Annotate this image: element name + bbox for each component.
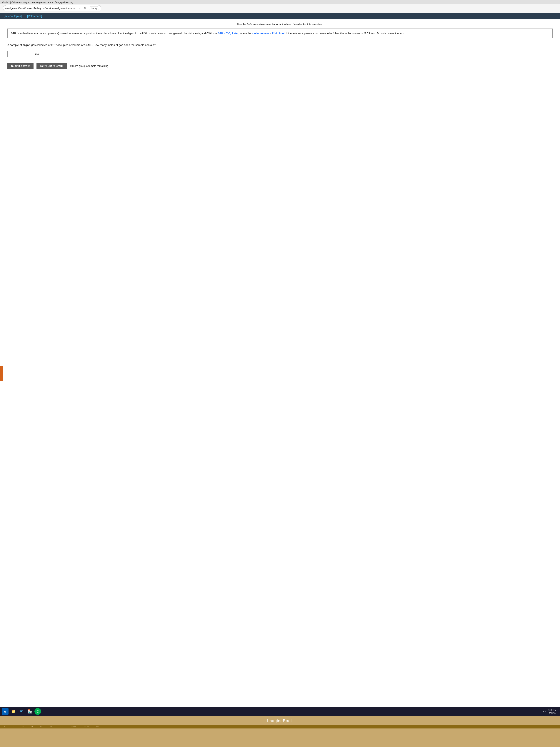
imagine-book-text: ImagineBook: [267, 719, 293, 723]
argon-bold: argon: [23, 43, 31, 47]
references-link[interactable]: [References]: [27, 15, 42, 18]
left-orange-tab: [0, 366, 3, 381]
notification-icon[interactable]: □: [545, 710, 547, 713]
retry-entire-group-button[interactable]: Retry Entire Group: [36, 62, 67, 69]
question-text: A sample of argon gas collected at STP o…: [7, 43, 553, 47]
molar-volume-value: 22.4 L/mol: [272, 32, 285, 35]
references-note: Use the References to access important v…: [7, 23, 553, 26]
star-icon[interactable]: ☆: [72, 6, 76, 10]
browser-chrome: OWLv2 | Online teaching and learning res…: [0, 0, 560, 13]
taskbar-system-icons: ∧ □ 8:20 PM 5/13/20: [542, 709, 558, 714]
file-explorer-icon[interactable]: 📁: [10, 708, 17, 715]
stp-label: STP: [11, 32, 16, 35]
info-text-main: (standard temperature and pressure) is u…: [16, 32, 218, 35]
address-bar[interactable]: eAssignment/takeCovalentActivity.do?loca…: [3, 5, 101, 11]
volume-bold: 12.9: [84, 43, 90, 47]
stp-conditions: STP = 0°C, 1 atm: [218, 32, 239, 35]
molar-volume-label: molar volume: [252, 32, 269, 35]
address-text: eAssignment/takeCovalentActivity.do?loca…: [5, 7, 72, 10]
keyboard-hint: f6 f7 f8 f9 f10 f11 f12 pause prt sc del: [0, 725, 560, 728]
answer-input[interactable]: [7, 51, 33, 57]
explorer-icon-label: 📁: [11, 709, 16, 714]
unit-label: mol: [35, 53, 39, 56]
review-topics-link[interactable]: [Review Topics]: [4, 15, 22, 18]
owl-nav-links: [Review Topics] [References]: [4, 15, 42, 18]
settings-icon-label: ⊙: [36, 710, 39, 714]
store-icon-label: 🏪: [27, 709, 32, 714]
info-text-end: . If the reference pressure is chosen to…: [285, 32, 404, 35]
edge-icon[interactable]: 𝐞: [2, 708, 8, 715]
answer-row: mol: [7, 51, 553, 57]
page-content: Use the References to access important v…: [0, 19, 560, 706]
add-tab-icon[interactable]: ⊕: [83, 6, 87, 10]
not-synced-button[interactable]: Not sy: [89, 6, 99, 10]
mail-icon-label: ✉: [20, 710, 23, 714]
info-comma: , where the: [238, 32, 252, 35]
address-row: eAssignment/takeCovalentActivity.do?loca…: [0, 4, 560, 13]
owl-header-bar: [Review Topics] [References]: [0, 13, 560, 19]
info-equals: =: [269, 32, 272, 35]
browser-content: Use the References to access important v…: [0, 19, 560, 706]
attempts-remaining-text: 9 more group attempts remaining: [70, 65, 108, 68]
taskbar-clock: 8:20 PM 5/13/20: [548, 709, 558, 714]
clock-date: 5/13/20: [548, 712, 556, 714]
clock-time: 8:20 PM: [548, 709, 556, 712]
buttons-row: Submit Answer Retry Entire Group 9 more …: [7, 62, 553, 69]
bottom-area: f6 f7 f8 f9 f10 f11 f12 pause prt sc del: [0, 725, 560, 747]
taskbar: 𝐞 📁 ✉ 🏪 ⊙ ∧ □ 8:20 PM 5/13/20: [0, 706, 560, 716]
submit-answer-button[interactable]: Submit Answer: [7, 62, 33, 69]
chevron-up-icon[interactable]: ∧: [542, 710, 544, 713]
settings-icon[interactable]: ⊙: [34, 708, 41, 715]
browser-tab-bar: OWLv2 | Online teaching and learning res…: [0, 0, 560, 4]
reading-icon[interactable]: ≡: [78, 6, 81, 10]
store-icon[interactable]: 🏪: [26, 708, 33, 715]
mail-icon[interactable]: ✉: [18, 708, 25, 715]
imagine-book-label: ImagineBook: [0, 716, 560, 725]
address-icons: ☆ ≡ ⊕ Not sy: [72, 6, 99, 10]
info-box: STP (standard temperature and pressure) …: [7, 28, 553, 38]
edge-icon-label: 𝐞: [4, 709, 6, 714]
browser-tab-title[interactable]: OWLv2 | Online teaching and learning res…: [2, 1, 73, 4]
